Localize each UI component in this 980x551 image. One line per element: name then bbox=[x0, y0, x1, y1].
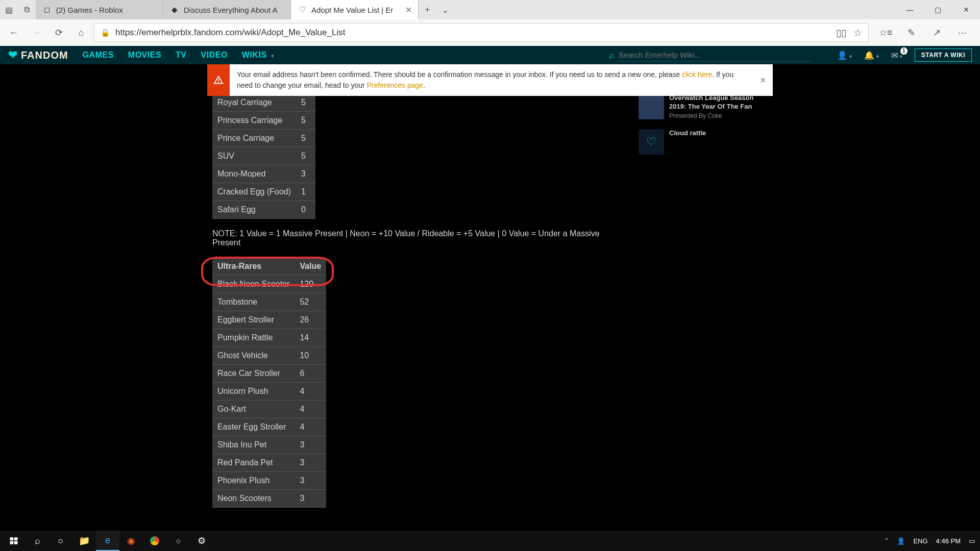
clock[interactable]: 4:46 PM bbox=[936, 537, 961, 545]
email-notice-banner: Your email address hasn't been confirmed… bbox=[207, 64, 773, 96]
item-name: Eggbert Stroller bbox=[212, 311, 295, 329]
tab-discuss[interactable]: ◆ Discuss Everything About A bbox=[163, 0, 291, 19]
chrome-button[interactable] bbox=[143, 531, 166, 551]
tabs-dropdown-button[interactable]: ⌄ bbox=[436, 0, 454, 19]
people-icon[interactable]: 👤 bbox=[897, 537, 905, 545]
item-value: 4 bbox=[295, 400, 326, 418]
settings-button[interactable]: ⚙ bbox=[190, 531, 213, 551]
language-indicator[interactable]: ENG bbox=[913, 537, 927, 545]
steam-button[interactable]: ⟐ bbox=[166, 531, 190, 551]
rares-table: Royal Carriage5Princess Carriage5Prince … bbox=[212, 94, 315, 219]
minimize-button[interactable]: — bbox=[896, 0, 924, 19]
address-row: ← → ⟳ ⌂ 🔒 https://emerhelprblx.fandom.co… bbox=[0, 19, 980, 46]
item-value: 3 bbox=[295, 436, 326, 454]
warning-icon bbox=[207, 64, 230, 96]
file-explorer-button[interactable]: 📁 bbox=[72, 531, 96, 551]
item-name: SUV bbox=[212, 147, 296, 165]
click-here-link[interactable]: click here bbox=[682, 70, 712, 79]
tab-roblox[interactable]: ◻ (2) Games - Roblox bbox=[36, 0, 163, 19]
taskbar: ⌕ ○ 📁 e ◉ ⟐ ⚙ ˄ 👤 ENG 4:46 PM ▭ bbox=[0, 531, 980, 551]
favorites-icon[interactable]: ☆≡ bbox=[876, 23, 895, 42]
nav-tv[interactable]: TV bbox=[176, 51, 186, 60]
cortana-button[interactable]: ○ bbox=[49, 531, 72, 551]
search-button[interactable]: ⌕ bbox=[26, 531, 49, 551]
sidebar-title: Cloud rattle bbox=[669, 129, 706, 138]
start-wiki-button[interactable]: START A WIKI bbox=[915, 48, 972, 62]
item-value: 26 bbox=[295, 311, 326, 329]
table-row: Easter Egg Stroller4 bbox=[212, 418, 326, 436]
item-name: Ghost Vehicle bbox=[212, 347, 295, 365]
item-name: Pumpkin Rattle bbox=[212, 329, 295, 347]
action-center-icon[interactable]: ▭ bbox=[969, 537, 975, 545]
lock-icon: 🔒 bbox=[101, 28, 110, 37]
favorite-icon[interactable]: ☆ bbox=[853, 27, 862, 39]
table-row: Tombstone52 bbox=[212, 293, 326, 311]
back-button[interactable]: ← bbox=[4, 23, 23, 42]
share-icon[interactable]: ↗ bbox=[927, 23, 946, 42]
search-input[interactable] bbox=[619, 48, 813, 62]
more-icon[interactable]: ⋯ bbox=[952, 23, 972, 42]
notice-text: Your email address hasn't been confirmed… bbox=[230, 64, 752, 96]
fandom-logo[interactable]: ❤ FANDOM bbox=[8, 48, 68, 62]
notes-icon[interactable]: ✎ bbox=[901, 23, 921, 42]
messages-icon[interactable]: ✉1▼ bbox=[891, 51, 903, 60]
item-name: Prince Carriage bbox=[212, 130, 296, 147]
user-icon[interactable]: 👤▼ bbox=[837, 51, 853, 60]
nav-video[interactable]: VIDEO bbox=[201, 51, 228, 60]
item-value: 5 bbox=[296, 147, 315, 165]
item-name: Royal Carriage bbox=[212, 94, 296, 112]
sidebar-item-overwatch[interactable]: Overwatch League Season 2019: The Year O… bbox=[639, 94, 769, 120]
fandom-heart-icon: ❤ bbox=[8, 48, 18, 62]
item-name: Black Neon Scooter bbox=[212, 276, 295, 293]
item-value: 4 bbox=[295, 418, 326, 436]
nav-movies[interactable]: MOVIES bbox=[128, 51, 161, 60]
value-note: NOTE: 1 Value = 1 Massive Present | Neon… bbox=[212, 229, 621, 247]
item-value: 10 bbox=[295, 347, 326, 365]
table-row: Go-Kart4 bbox=[212, 400, 326, 418]
refresh-button[interactable]: ⟳ bbox=[49, 23, 68, 42]
svg-point-1 bbox=[218, 82, 219, 83]
url-text: https://emerhelprblx.fandom.com/wiki/Ado… bbox=[115, 28, 831, 38]
table-row: Black Neon Scooter120 bbox=[212, 276, 326, 293]
reading-list-icon[interactable]: ▯▯ bbox=[836, 27, 846, 39]
origin-button[interactable]: ◉ bbox=[119, 531, 143, 551]
new-tab-button[interactable]: + bbox=[419, 0, 436, 19]
preferences-link[interactable]: Preferences page bbox=[367, 81, 424, 89]
browser-chrome: ▤ ⧉ ◻ (2) Games - Roblox ◆ Discuss Every… bbox=[0, 0, 980, 46]
close-window-button[interactable]: ✕ bbox=[952, 0, 980, 19]
sidebar-item-cloud-rattle[interactable]: ♡ Cloud rattle bbox=[639, 129, 769, 155]
table-row: Phoenix Plush3 bbox=[212, 472, 326, 490]
url-bar[interactable]: 🔒 https://emerhelprblx.fandom.com/wiki/A… bbox=[94, 23, 869, 42]
search-icon[interactable]: ⌕ bbox=[609, 50, 615, 61]
item-value: 14 bbox=[295, 329, 326, 347]
item-value: 120 bbox=[295, 276, 326, 293]
page-content: Your email address hasn't been confirmed… bbox=[0, 64, 980, 531]
table-row: Eggbert Stroller26 bbox=[212, 311, 326, 329]
table-row: Ghost Vehicle10 bbox=[212, 347, 326, 365]
home-button[interactable]: ⌂ bbox=[71, 23, 91, 42]
titlebar-btn-2[interactable]: ⧉ bbox=[18, 0, 36, 19]
item-name: Princess Carriage bbox=[212, 112, 296, 130]
tab-adopt-me[interactable]: ♡ Adopt Me Value List | Er ✕ bbox=[291, 0, 419, 19]
forward-button[interactable]: → bbox=[27, 23, 46, 42]
item-value: 3 bbox=[295, 454, 326, 472]
close-notice-button[interactable]: ✕ bbox=[752, 64, 773, 96]
item-name: Safari Egg bbox=[212, 201, 296, 219]
item-name: Unicorn Plush bbox=[212, 383, 295, 400]
svg-rect-4 bbox=[10, 541, 14, 544]
bell-icon[interactable]: 🔔▼ bbox=[864, 51, 880, 60]
nav-games[interactable]: GAMES bbox=[83, 51, 114, 60]
table-row: Pumpkin Rattle14 bbox=[212, 329, 326, 347]
start-button[interactable] bbox=[2, 531, 26, 551]
titlebar-btn-1[interactable]: ▤ bbox=[0, 0, 18, 19]
edge-button[interactable]: e bbox=[96, 531, 119, 551]
table-row: Red Panda Pet3 bbox=[212, 454, 326, 472]
maximize-button[interactable]: ▢ bbox=[924, 0, 952, 19]
tray-expand-icon[interactable]: ˄ bbox=[885, 537, 889, 545]
close-icon[interactable]: ✕ bbox=[405, 5, 412, 15]
item-value: 5 bbox=[296, 112, 315, 130]
tabs-row: ▤ ⧉ ◻ (2) Games - Roblox ◆ Discuss Every… bbox=[0, 0, 980, 19]
item-name: Neon Scooters bbox=[212, 490, 295, 508]
item-value: 4 bbox=[295, 383, 326, 400]
nav-wikis[interactable]: WIKIS ▼ bbox=[242, 51, 275, 60]
